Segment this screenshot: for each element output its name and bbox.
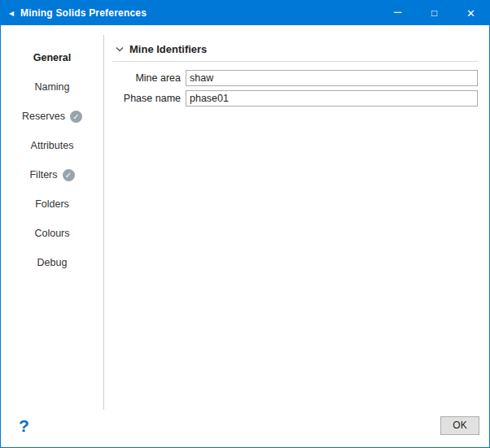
mine-area-label: Mine area (112, 72, 181, 84)
ok-button[interactable]: OK (440, 416, 479, 435)
sidebar-item-label: Filters (29, 169, 57, 181)
mine-identifiers-form: Mine area Phase name (112, 70, 478, 107)
footer-bar: ? OK (1, 410, 489, 447)
mine-area-input[interactable] (186, 70, 478, 86)
sidebar-item-label: Colours (34, 228, 69, 239)
sidebar-item-colours[interactable]: Colours (1, 219, 103, 248)
section-title: Mine Identifiers (129, 43, 207, 55)
form-row-mine-area: Mine area (112, 70, 478, 86)
section-header-mine-identifiers[interactable]: Mine Identifiers (112, 41, 478, 62)
main-area: General Naming Reserves ✓ Attributes Fil… (1, 25, 489, 410)
phase-name-label: Phase name (112, 93, 181, 104)
sidebar-item-general[interactable]: General (1, 43, 103, 72)
maximize-button[interactable]: □ (416, 1, 453, 25)
preferences-dialog: ◂ Mining Solids Preferences ─ □ ✕ Genera… (0, 0, 490, 448)
check-badge-icon: ✓ (70, 111, 82, 123)
minimize-button[interactable]: ─ (379, 1, 416, 25)
sidebar-item-debug[interactable]: Debug (1, 248, 103, 277)
form-row-phase-name: Phase name (112, 90, 478, 107)
sidebar-item-reserves[interactable]: Reserves ✓ (1, 102, 103, 131)
app-icon: ◂ (9, 8, 14, 18)
sidebar-item-label: General (33, 52, 72, 63)
maximize-icon: □ (431, 7, 437, 19)
sidebar-item-label: Naming (34, 81, 69, 93)
sidebar: General Naming Reserves ✓ Attributes Fil… (1, 35, 103, 410)
help-icon[interactable]: ? (19, 417, 29, 434)
sidebar-item-label: Reserves (22, 111, 65, 122)
sidebar-item-naming[interactable]: Naming (1, 72, 103, 102)
sidebar-item-filters[interactable]: Filters ✓ (1, 160, 103, 189)
chevron-down-icon (116, 46, 124, 52)
check-badge-icon: ✓ (63, 169, 75, 181)
sidebar-item-label: Debug (37, 257, 68, 268)
sidebar-item-folders[interactable]: Folders (1, 189, 103, 219)
close-button[interactable]: ✕ (453, 1, 489, 25)
window-title: Mining Solids Preferences (20, 7, 147, 19)
minimize-icon: ─ (394, 6, 401, 18)
caption-buttons: ─ □ ✕ (379, 1, 489, 25)
content-panel: Mine Identifiers Mine area Phase name (103, 35, 489, 410)
sidebar-item-label: Folders (35, 198, 69, 210)
sidebar-item-attributes[interactable]: Attributes (1, 131, 103, 160)
title-bar: ◂ Mining Solids Preferences ─ □ ✕ (1, 1, 489, 25)
phase-name-input[interactable] (186, 90, 478, 107)
sidebar-item-label: Attributes (31, 140, 74, 151)
close-icon: ✕ (466, 7, 475, 20)
